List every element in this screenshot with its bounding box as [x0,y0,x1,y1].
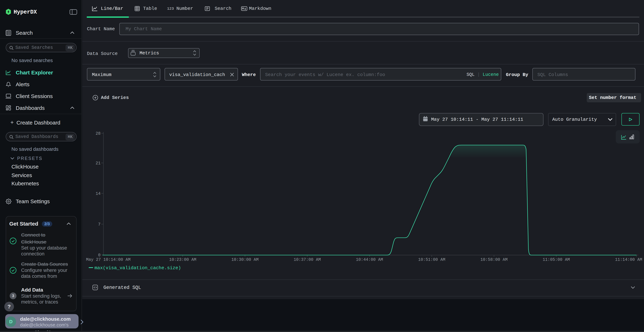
svg-text:11:14:00 AM: 11:14:00 AM [615,258,642,262]
svg-text:21: 21 [96,161,100,166]
svg-text:14: 14 [96,192,100,196]
svg-text:10:23:00 AM: 10:23:00 AM [169,258,196,262]
svg-text:11:05:00 AM: 11:05:00 AM [542,258,570,262]
svg-text:10:30:00 AM: 10:30:00 AM [231,258,258,262]
svg-text:7: 7 [98,222,100,227]
svg-text:10:58:00 AM: 10:58:00 AM [480,258,508,262]
svg-text:10:37:00 AM: 10:37:00 AM [294,258,321,262]
svg-text:10:44:00 AM: 10:44:00 AM [356,258,383,262]
svg-text:10:51:00 AM: 10:51:00 AM [418,258,445,262]
svg-text:0: 0 [98,253,100,258]
svg-text:28: 28 [96,131,100,136]
svg-text:May 27 10:14:00 AM: May 27 10:14:00 AM [86,258,130,262]
